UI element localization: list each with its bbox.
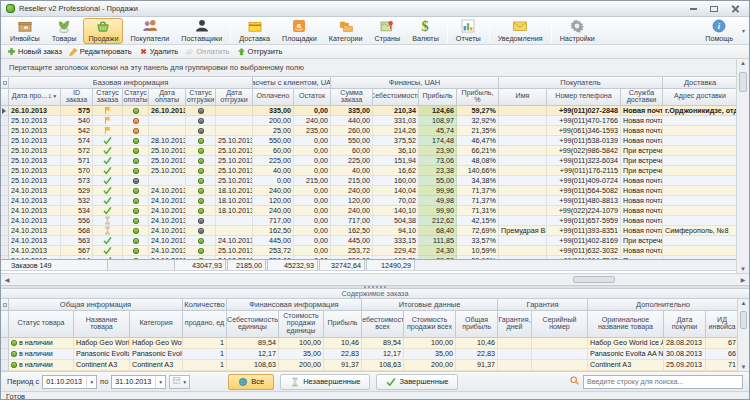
table-cell[interactable]: 60,00 [331, 146, 373, 156]
table-cell[interactable] [532, 338, 588, 349]
table-cell[interactable]: 556 [61, 216, 93, 226]
column-header[interactable]: Дата отгрузки [216, 89, 253, 106]
column-header[interactable]: Служба доставки [621, 89, 663, 106]
table-cell[interactable] [93, 146, 123, 156]
table-cell[interactable]: Новая почта [621, 206, 663, 216]
tab-reports[interactable]: Отчеты [451, 18, 486, 44]
scroll-up-icon[interactable]: ▲ [738, 300, 749, 306]
table-cell[interactable] [216, 116, 253, 126]
table-cell[interactable]: Симферополь, №8 [663, 226, 738, 236]
table-cell[interactable] [663, 176, 738, 186]
help-button[interactable]: iПомощь [700, 18, 738, 44]
column-header[interactable]: Дата оплаты [149, 89, 186, 106]
table-row[interactable]: в наличииPanasonic Evolta AAPanasonic Ev… [1, 349, 739, 360]
table-cell[interactable]: 0,00 [294, 216, 331, 226]
scroll-left-icon[interactable]: ◀ [1, 276, 13, 283]
table-cell[interactable]: 111,85 [419, 236, 457, 246]
column-header[interactable]: Дата про...1▼ [9, 89, 61, 106]
ship-order-button[interactable]: Отгрузить [235, 47, 288, 56]
table-cell[interactable] [186, 216, 216, 226]
column-group[interactable]: Базовая информация [9, 77, 253, 89]
column-group[interactable]: Расчеты с клиентом, UAH [253, 77, 331, 89]
table-cell[interactable]: 73,06 [419, 156, 457, 166]
table-cell[interactable]: При встрече [621, 236, 663, 246]
table-cell[interactable] [93, 186, 123, 196]
table-cell[interactable]: 0,00 [294, 256, 331, 259]
header-corner[interactable] [1, 311, 9, 338]
table-cell[interactable]: 42,15% [457, 216, 499, 226]
table-row[interactable]: 24.10.201356724.10.201325.10.2013253,720… [1, 246, 738, 256]
tab-currencies[interactable]: $Валюты [407, 18, 444, 44]
table-cell[interactable]: 24.10.2013 [149, 206, 186, 216]
table-cell[interactable]: 0,00 [253, 176, 294, 186]
table-cell[interactable]: 160,71 [373, 256, 419, 259]
table-cell[interactable]: 532 [61, 196, 93, 206]
table-cell[interactable] [532, 360, 588, 371]
table-cell[interactable]: 71,37% [457, 186, 499, 196]
table-cell[interactable]: +99(011)402-8169 [547, 236, 621, 246]
table-cell[interactable]: 99,96 [419, 186, 457, 196]
table-cell[interactable]: 91,37 [456, 360, 498, 371]
table-cell[interactable]: 108,63 [362, 360, 404, 371]
table-cell[interactable]: 12,17 [227, 349, 279, 360]
column-group[interactable]: Покупатель [499, 77, 663, 89]
table-cell[interactable]: 25.10.2013 [216, 136, 253, 146]
table-cell[interactable]: Новая почта [621, 116, 663, 126]
table-cell[interactable] [123, 186, 149, 196]
table-cell[interactable]: Набор Geo World [130, 338, 183, 349]
table-cell[interactable]: Continent A3 [588, 360, 664, 371]
table-cell[interactable] [123, 196, 149, 206]
table-cell[interactable]: +99(011)657-5959 [547, 216, 621, 226]
table-cell[interactable] [186, 166, 216, 176]
table-cell[interactable]: Новая почта [621, 176, 663, 186]
table-cell[interactable] [663, 256, 738, 259]
table-cell[interactable]: 160,00 [373, 176, 419, 186]
tab-notifications[interactable]: Уведомления [493, 18, 548, 44]
table-cell[interactable]: 260,00 [331, 126, 373, 136]
table-cell[interactable] [498, 360, 532, 371]
column-header[interactable]: Адрес доставки [663, 89, 738, 106]
table-cell[interactable]: 28.10.2013 [149, 136, 186, 146]
table-cell[interactable]: 25.10.2013 [9, 146, 61, 156]
table-row[interactable]: 26.10.201357526.10.2013335,000,00335,002… [1, 106, 738, 116]
table-cell[interactable]: 23,38 [419, 166, 457, 176]
table-cell[interactable] [663, 166, 738, 176]
column-header[interactable]: Прибыль [324, 311, 362, 338]
table-cell[interactable] [186, 256, 216, 259]
table-cell[interactable]: 48,08% [457, 156, 499, 166]
table-cell[interactable] [499, 236, 547, 246]
chevron-down-icon[interactable]: ▼ [86, 376, 96, 388]
column-header[interactable]: Прибыль, % [457, 89, 499, 106]
table-cell[interactable]: 24.10.2013 [149, 236, 186, 246]
table-cell[interactable] [186, 186, 216, 196]
table-cell[interactable]: 34,38% [457, 176, 499, 186]
table-cell[interactable]: 570 [61, 166, 93, 176]
table-cell[interactable]: 140,66% [457, 166, 499, 176]
tab-categories[interactable]: Категории [324, 18, 368, 44]
table-cell[interactable] [149, 116, 186, 126]
table-row[interactable]: 24.10.201355624.10.2013717,000,00717,005… [1, 216, 738, 226]
table-cell[interactable]: 1 [183, 360, 227, 371]
table-cell[interactable]: +99(011)480-8813 [547, 196, 621, 206]
column-header[interactable]: Статус отгрузки [186, 89, 216, 106]
table-cell[interactable]: 240,00 [253, 186, 294, 196]
table-row[interactable]: в наличииContinent A3Continent A31108,63… [1, 360, 739, 371]
edit-order-button[interactable]: Редактировать [67, 47, 137, 56]
table-cell[interactable] [499, 256, 547, 259]
table-cell[interactable]: 108,63 [227, 360, 279, 371]
table-cell[interactable]: 240,00 [331, 206, 373, 216]
table-cell[interactable] [663, 186, 738, 196]
table-cell[interactable] [663, 216, 738, 226]
table-cell[interactable]: Continent A3 [130, 360, 183, 371]
table-cell[interactable]: 240,00 [294, 116, 331, 126]
table-cell[interactable]: 18.10.2013 [216, 196, 253, 206]
table-cell[interactable] [499, 166, 547, 176]
table-cell[interactable]: 534 [61, 206, 93, 216]
table-cell[interactable]: 70,02 [373, 196, 419, 206]
table-cell[interactable] [216, 226, 253, 236]
table-cell[interactable]: 24.10.2013 [216, 256, 253, 259]
table-cell[interactable] [123, 106, 149, 116]
table-cell[interactable]: 40,00 [331, 166, 373, 176]
table-cell[interactable]: 24.10.2013 [9, 236, 61, 246]
table-cell[interactable]: Panasonic Evolta A [130, 349, 183, 360]
